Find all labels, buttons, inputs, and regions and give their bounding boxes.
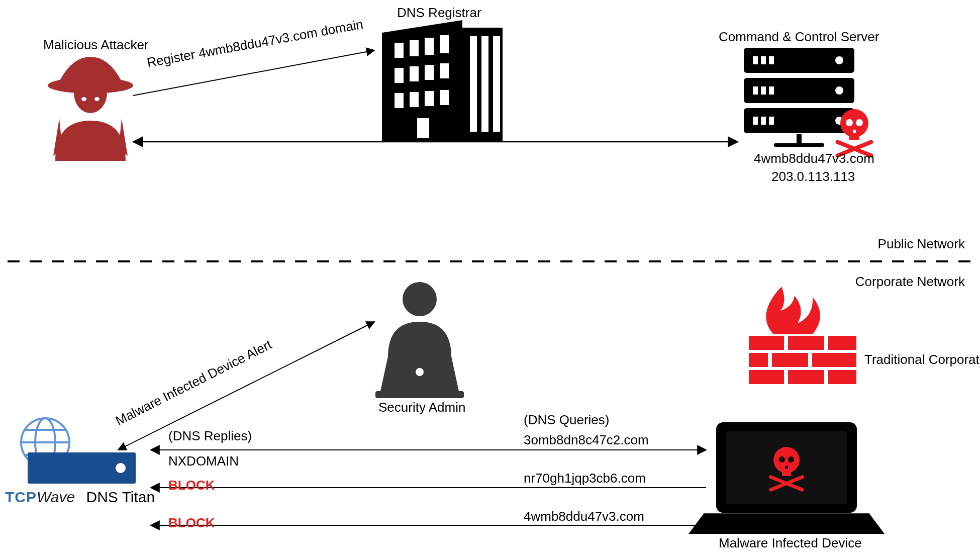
brand-tcp: TCP bbox=[5, 489, 37, 505]
svg-rect-54 bbox=[788, 370, 824, 384]
svg-point-41 bbox=[846, 119, 853, 126]
svg-rect-19 bbox=[493, 36, 500, 132]
dns-titan-icon bbox=[21, 418, 136, 484]
q3-label: 4wmb8ddu47v3.com bbox=[524, 509, 644, 524]
svg-rect-30 bbox=[769, 56, 774, 64]
svg-rect-32 bbox=[761, 86, 766, 95]
svg-point-26 bbox=[835, 86, 843, 95]
sec-admin-label: Security Admin bbox=[378, 400, 465, 415]
attacker-label: Malicious Attacker bbox=[43, 37, 149, 53]
registrar-label: DNS Registrar bbox=[397, 5, 481, 21]
svg-rect-62 bbox=[769, 475, 805, 492]
svg-rect-3 bbox=[395, 43, 404, 58]
dns-replies-label: (DNS Replies) bbox=[168, 428, 252, 444]
svg-rect-56 bbox=[716, 422, 857, 513]
brand-row: TCPWave DNS Titan bbox=[5, 489, 155, 506]
svg-point-37 bbox=[840, 109, 868, 137]
svg-point-27 bbox=[835, 117, 843, 125]
svg-rect-51 bbox=[772, 353, 808, 367]
svg-rect-24 bbox=[774, 143, 824, 147]
c2-domain: 4wmb8ddu47v3.com bbox=[754, 151, 874, 166]
svg-rect-9 bbox=[425, 65, 434, 80]
nxdomain-label: NXDOMAIN bbox=[168, 453, 239, 469]
block1-label: BLOCK bbox=[168, 478, 215, 493]
svg-rect-34 bbox=[753, 117, 758, 125]
svg-rect-47 bbox=[749, 336, 784, 350]
firewall-icon bbox=[749, 287, 856, 384]
c2-label: Command & Control Server bbox=[719, 29, 879, 45]
corp-net-label: Corporate Network bbox=[855, 274, 965, 290]
svg-rect-43 bbox=[853, 130, 856, 133]
svg-rect-6 bbox=[440, 35, 449, 53]
svg-rect-60 bbox=[782, 470, 791, 476]
svg-rect-12 bbox=[410, 92, 419, 107]
svg-rect-11 bbox=[395, 93, 404, 108]
svg-rect-31 bbox=[753, 86, 758, 95]
svg-rect-15 bbox=[417, 118, 429, 138]
svg-point-63 bbox=[779, 456, 785, 462]
svg-point-59 bbox=[773, 447, 800, 473]
svg-rect-21 bbox=[744, 78, 854, 103]
svg-rect-28 bbox=[753, 56, 758, 64]
svg-point-44 bbox=[403, 282, 437, 316]
svg-rect-17 bbox=[470, 36, 477, 132]
svg-rect-52 bbox=[812, 353, 856, 367]
svg-rect-22 bbox=[744, 108, 854, 133]
svg-point-25 bbox=[835, 56, 843, 64]
svg-rect-46 bbox=[375, 391, 464, 398]
svg-rect-29 bbox=[761, 56, 766, 64]
svg-rect-61 bbox=[768, 475, 804, 492]
svg-rect-5 bbox=[425, 38, 434, 55]
svg-rect-10 bbox=[440, 63, 449, 78]
svg-rect-35 bbox=[761, 117, 766, 125]
svg-rect-53 bbox=[749, 370, 784, 384]
svg-rect-65 bbox=[785, 466, 788, 469]
svg-rect-57 bbox=[726, 431, 847, 504]
register-text: Register 4wmb8ddu47v3.com domain bbox=[146, 17, 364, 71]
svg-rect-71 bbox=[28, 452, 136, 484]
svg-rect-7 bbox=[395, 68, 404, 83]
block2-label: BLOCK bbox=[168, 515, 215, 531]
brand-wave: Wave bbox=[37, 489, 75, 505]
svg-point-0 bbox=[48, 77, 133, 94]
svg-rect-49 bbox=[828, 336, 856, 350]
svg-point-2 bbox=[94, 97, 100, 101]
svg-rect-23 bbox=[797, 134, 802, 144]
svg-rect-48 bbox=[788, 336, 824, 350]
svg-rect-33 bbox=[769, 86, 774, 95]
svg-rect-50 bbox=[749, 353, 768, 367]
firewall-label: Traditional Corporate Firewall bbox=[864, 352, 980, 367]
svg-point-45 bbox=[416, 368, 424, 376]
svg-rect-55 bbox=[828, 370, 856, 384]
svg-rect-16 bbox=[462, 28, 503, 141]
infected-label: Malware Infected Device bbox=[719, 535, 862, 551]
svg-rect-38 bbox=[849, 134, 859, 140]
svg-rect-18 bbox=[481, 36, 488, 132]
svg-point-1 bbox=[81, 97, 86, 101]
svg-rect-20 bbox=[744, 48, 854, 73]
c2-ip: 203.0.113.113 bbox=[771, 169, 855, 184]
svg-point-66 bbox=[21, 418, 69, 467]
q2-label: nr70gh1jqp3cb6.com bbox=[524, 471, 646, 486]
security-admin-icon bbox=[375, 282, 464, 398]
registrar-icon bbox=[382, 20, 503, 141]
q1-label: 3omb8dn8c47c2.com bbox=[524, 432, 649, 448]
svg-rect-14 bbox=[440, 90, 449, 105]
attacker-icon bbox=[48, 57, 133, 161]
dns-queries-label: (DNS Queries) bbox=[524, 412, 609, 428]
svg-point-42 bbox=[856, 119, 863, 126]
alert-text: Malware Infected Device Alert bbox=[113, 337, 274, 429]
infected-laptop-icon bbox=[689, 422, 885, 534]
c2-server-icon bbox=[744, 48, 874, 158]
svg-point-64 bbox=[788, 456, 794, 462]
svg-point-72 bbox=[116, 463, 126, 473]
public-net-label: Public Network bbox=[878, 236, 965, 252]
svg-rect-8 bbox=[410, 66, 419, 81]
dns-titan-label: DNS Titan bbox=[86, 489, 155, 505]
svg-point-67 bbox=[35, 418, 55, 467]
svg-rect-36 bbox=[769, 117, 774, 125]
svg-rect-13 bbox=[425, 91, 434, 106]
svg-rect-4 bbox=[410, 40, 419, 56]
